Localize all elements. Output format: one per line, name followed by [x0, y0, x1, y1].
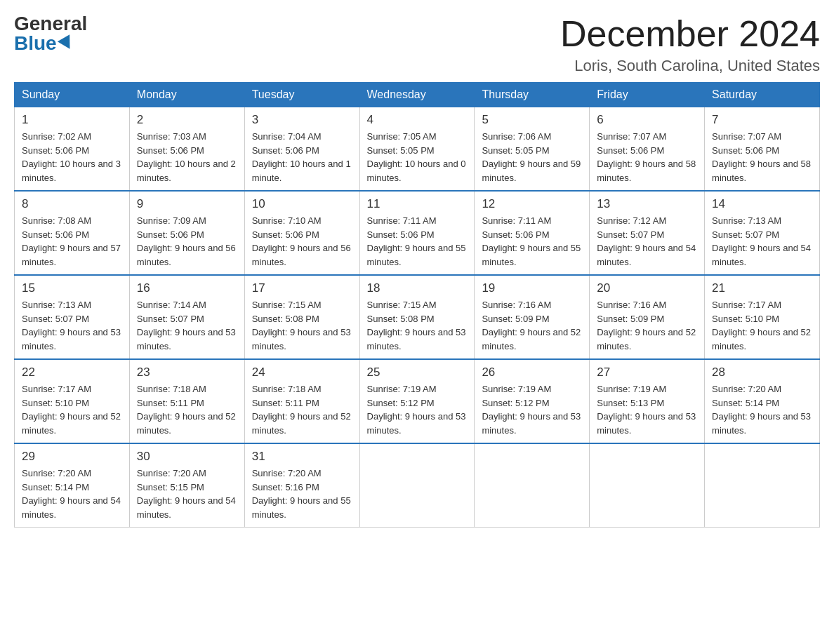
- day-info: Sunrise: 7:16 AMSunset: 5:09 PMDaylight:…: [597, 300, 696, 351]
- day-info: Sunrise: 7:20 AMSunset: 5:16 PMDaylight:…: [252, 468, 351, 520]
- calendar-day-4: 4 Sunrise: 7:05 AMSunset: 5:05 PMDayligh…: [359, 107, 475, 192]
- day-header-thursday: Thursday: [475, 83, 590, 107]
- day-header-sunday: Sunday: [15, 83, 130, 107]
- day-header-wednesday: Wednesday: [359, 83, 475, 107]
- day-number: 9: [137, 197, 237, 211]
- calendar-day-19: 19 Sunrise: 7:16 AMSunset: 5:09 PMDaylig…: [475, 275, 590, 359]
- day-info: Sunrise: 7:06 AMSunset: 5:05 PMDaylight:…: [482, 131, 581, 183]
- calendar-day-1: 1 Sunrise: 7:02 AMSunset: 5:06 PMDayligh…: [15, 107, 130, 192]
- day-info: Sunrise: 7:19 AMSunset: 5:12 PMDaylight:…: [482, 384, 581, 436]
- day-info: Sunrise: 7:02 AMSunset: 5:06 PMDaylight:…: [22, 131, 121, 183]
- calendar-table: SundayMondayTuesdayWednesdayThursdayFrid…: [14, 82, 820, 528]
- day-header-saturday: Saturday: [705, 83, 820, 107]
- day-number: 25: [367, 365, 468, 380]
- logo: General Blue: [14, 14, 87, 53]
- calendar-week-3: 15 Sunrise: 7:13 AMSunset: 5:07 PMDaylig…: [15, 275, 820, 359]
- day-number: 21: [712, 281, 812, 295]
- calendar-day-25: 25 Sunrise: 7:19 AMSunset: 5:12 PMDaylig…: [359, 359, 475, 443]
- day-number: 8: [22, 197, 122, 211]
- day-number: 4: [367, 113, 468, 127]
- calendar-day-9: 9 Sunrise: 7:09 AMSunset: 5:06 PMDayligh…: [129, 191, 244, 275]
- day-header-monday: Monday: [129, 83, 244, 107]
- calendar-day-30: 30 Sunrise: 7:20 AMSunset: 5:15 PMDaylig…: [129, 443, 244, 528]
- calendar-day-11: 11 Sunrise: 7:11 AMSunset: 5:06 PMDaylig…: [359, 191, 475, 275]
- day-number: 26: [482, 365, 582, 380]
- day-number: 6: [597, 113, 697, 127]
- calendar-empty-cell: [359, 443, 475, 528]
- calendar-day-29: 29 Sunrise: 7:20 AMSunset: 5:14 PMDaylig…: [15, 443, 130, 528]
- calendar-day-2: 2 Sunrise: 7:03 AMSunset: 5:06 PMDayligh…: [129, 107, 244, 192]
- calendar-week-5: 29 Sunrise: 7:20 AMSunset: 5:14 PMDaylig…: [15, 443, 820, 528]
- day-number: 24: [252, 365, 352, 380]
- calendar-day-22: 22 Sunrise: 7:17 AMSunset: 5:10 PMDaylig…: [15, 359, 130, 443]
- day-number: 27: [597, 365, 697, 380]
- day-number: 19: [482, 281, 582, 295]
- calendar-day-13: 13 Sunrise: 7:12 AMSunset: 5:07 PMDaylig…: [590, 191, 705, 275]
- day-info: Sunrise: 7:10 AMSunset: 5:06 PMDaylight:…: [252, 215, 351, 267]
- day-number: 16: [137, 281, 237, 295]
- calendar-empty-cell: [705, 443, 820, 528]
- day-number: 31: [252, 450, 352, 464]
- day-info: Sunrise: 7:11 AMSunset: 5:06 PMDaylight:…: [482, 215, 581, 267]
- calendar-empty-cell: [475, 443, 590, 528]
- calendar-day-12: 12 Sunrise: 7:11 AMSunset: 5:06 PMDaylig…: [475, 191, 590, 275]
- day-info: Sunrise: 7:17 AMSunset: 5:10 PMDaylight:…: [712, 300, 811, 351]
- calendar-week-1: 1 Sunrise: 7:02 AMSunset: 5:06 PMDayligh…: [15, 107, 820, 192]
- calendar-day-6: 6 Sunrise: 7:07 AMSunset: 5:06 PMDayligh…: [590, 107, 705, 192]
- calendar-header-row: SundayMondayTuesdayWednesdayThursdayFrid…: [15, 83, 820, 107]
- day-info: Sunrise: 7:07 AMSunset: 5:06 PMDaylight:…: [712, 131, 811, 183]
- day-info: Sunrise: 7:15 AMSunset: 5:08 PMDaylight:…: [252, 300, 351, 351]
- day-number: 22: [22, 365, 122, 380]
- calendar-day-5: 5 Sunrise: 7:06 AMSunset: 5:05 PMDayligh…: [475, 107, 590, 192]
- day-info: Sunrise: 7:03 AMSunset: 5:06 PMDaylight:…: [137, 131, 236, 183]
- calendar-day-10: 10 Sunrise: 7:10 AMSunset: 5:06 PMDaylig…: [244, 191, 359, 275]
- day-number: 14: [712, 197, 812, 211]
- day-number: 17: [252, 281, 352, 295]
- day-info: Sunrise: 7:07 AMSunset: 5:06 PMDaylight:…: [597, 131, 696, 183]
- day-number: 15: [22, 281, 122, 295]
- day-info: Sunrise: 7:18 AMSunset: 5:11 PMDaylight:…: [137, 384, 236, 436]
- calendar-day-26: 26 Sunrise: 7:19 AMSunset: 5:12 PMDaylig…: [475, 359, 590, 443]
- logo-blue-text: Blue: [14, 34, 74, 53]
- calendar-day-18: 18 Sunrise: 7:15 AMSunset: 5:08 PMDaylig…: [359, 275, 475, 359]
- calendar-day-28: 28 Sunrise: 7:20 AMSunset: 5:14 PMDaylig…: [705, 359, 820, 443]
- calendar-day-21: 21 Sunrise: 7:17 AMSunset: 5:10 PMDaylig…: [705, 275, 820, 359]
- day-info: Sunrise: 7:05 AMSunset: 5:05 PMDaylight:…: [367, 131, 466, 183]
- title-block: December 2024 Loris, South Carolina, Uni…: [560, 14, 820, 75]
- day-info: Sunrise: 7:11 AMSunset: 5:06 PMDaylight:…: [367, 215, 466, 267]
- calendar-day-14: 14 Sunrise: 7:13 AMSunset: 5:07 PMDaylig…: [705, 191, 820, 275]
- calendar-day-23: 23 Sunrise: 7:18 AMSunset: 5:11 PMDaylig…: [129, 359, 244, 443]
- day-info: Sunrise: 7:12 AMSunset: 5:07 PMDaylight:…: [597, 215, 696, 267]
- day-info: Sunrise: 7:17 AMSunset: 5:10 PMDaylight:…: [22, 384, 121, 436]
- location-subtitle: Loris, South Carolina, United States: [560, 57, 820, 75]
- day-number: 7: [712, 113, 812, 127]
- day-number: 2: [137, 113, 237, 127]
- day-info: Sunrise: 7:20 AMSunset: 5:15 PMDaylight:…: [137, 468, 236, 520]
- calendar-day-17: 17 Sunrise: 7:15 AMSunset: 5:08 PMDaylig…: [244, 275, 359, 359]
- calendar-day-16: 16 Sunrise: 7:14 AMSunset: 5:07 PMDaylig…: [129, 275, 244, 359]
- day-info: Sunrise: 7:08 AMSunset: 5:06 PMDaylight:…: [22, 215, 121, 267]
- calendar-day-24: 24 Sunrise: 7:18 AMSunset: 5:11 PMDaylig…: [244, 359, 359, 443]
- day-info: Sunrise: 7:16 AMSunset: 5:09 PMDaylight:…: [482, 300, 581, 351]
- day-number: 12: [482, 197, 582, 211]
- day-number: 29: [22, 450, 122, 464]
- day-header-friday: Friday: [590, 83, 705, 107]
- day-info: Sunrise: 7:14 AMSunset: 5:07 PMDaylight:…: [137, 300, 236, 351]
- calendar-day-7: 7 Sunrise: 7:07 AMSunset: 5:06 PMDayligh…: [705, 107, 820, 192]
- day-number: 10: [252, 197, 352, 211]
- day-number: 13: [597, 197, 697, 211]
- day-info: Sunrise: 7:09 AMSunset: 5:06 PMDaylight:…: [137, 215, 236, 267]
- calendar-day-8: 8 Sunrise: 7:08 AMSunset: 5:06 PMDayligh…: [15, 191, 130, 275]
- day-number: 18: [367, 281, 468, 295]
- day-info: Sunrise: 7:13 AMSunset: 5:07 PMDaylight:…: [712, 215, 811, 267]
- day-info: Sunrise: 7:18 AMSunset: 5:11 PMDaylight:…: [252, 384, 351, 436]
- logo-triangle-icon: [58, 34, 76, 53]
- day-info: Sunrise: 7:20 AMSunset: 5:14 PMDaylight:…: [712, 384, 811, 436]
- day-number: 5: [482, 113, 582, 127]
- calendar-day-27: 27 Sunrise: 7:19 AMSunset: 5:13 PMDaylig…: [590, 359, 705, 443]
- calendar-empty-cell: [590, 443, 705, 528]
- day-number: 3: [252, 113, 352, 127]
- calendar-day-3: 3 Sunrise: 7:04 AMSunset: 5:06 PMDayligh…: [244, 107, 359, 192]
- day-number: 23: [137, 365, 237, 380]
- calendar-day-20: 20 Sunrise: 7:16 AMSunset: 5:09 PMDaylig…: [590, 275, 705, 359]
